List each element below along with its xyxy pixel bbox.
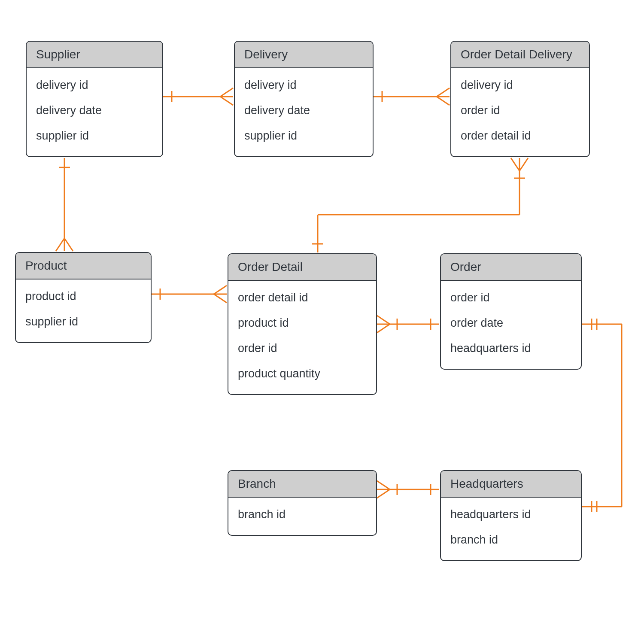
svg-line-36	[377, 481, 390, 489]
entity-attr: order date	[450, 310, 571, 336]
entity-attr: order id	[461, 98, 580, 123]
svg-line-6	[437, 88, 450, 97]
entity-attr: supplier id	[244, 123, 363, 149]
entity-attr: delivery id	[244, 73, 363, 98]
svg-line-7	[437, 97, 450, 105]
svg-line-11	[64, 238, 73, 251]
entity-attr: order detail id	[461, 123, 580, 149]
entity-attr: product quantity	[238, 361, 367, 386]
entity-attr: branch id	[450, 527, 571, 553]
svg-line-24	[377, 316, 390, 324]
entity-attr: supplier id	[36, 123, 153, 149]
rel-orderdetail-order	[377, 316, 439, 333]
svg-line-20	[519, 158, 528, 171]
entity-branch[interactable]: Branch branch id	[228, 470, 377, 536]
entity-product[interactable]: Product product id supplier id	[15, 252, 152, 343]
svg-line-3	[220, 97, 233, 105]
svg-line-15	[214, 294, 227, 303]
entity-attr: order id	[238, 336, 367, 361]
entity-title: Product	[16, 253, 151, 279]
entity-attr: delivery date	[244, 98, 363, 123]
entity-delivery[interactable]: Delivery delivery id delivery date suppl…	[234, 41, 374, 157]
entity-order[interactable]: Order order id order date headquarters i…	[440, 253, 582, 370]
entity-attr: supplier id	[25, 309, 141, 334]
entity-attr: headquarters id	[450, 336, 571, 361]
entity-attr: branch id	[238, 502, 367, 527]
rel-branch-headquarters	[377, 481, 439, 498]
entity-title: Supplier	[27, 42, 162, 68]
entity-title: Order	[441, 254, 581, 281]
svg-line-25	[377, 324, 390, 333]
entity-attr: product id	[25, 284, 141, 309]
entity-attr: order detail id	[238, 285, 367, 310]
entity-attr: headquarters id	[450, 502, 571, 527]
entity-order-detail[interactable]: Order Detail order detail id product id …	[228, 253, 377, 395]
entity-order-detail-delivery[interactable]: Order Detail Delivery delivery id order …	[450, 41, 590, 157]
entity-attr: delivery id	[36, 73, 153, 98]
rel-delivery-odd	[374, 88, 450, 105]
rel-orderdetail-odd	[312, 158, 528, 252]
entity-title: Branch	[228, 471, 376, 498]
svg-line-14	[214, 286, 227, 294]
entity-title: Headquarters	[441, 471, 581, 498]
svg-line-37	[377, 489, 390, 498]
svg-line-19	[511, 158, 519, 171]
entity-title: Delivery	[235, 42, 373, 68]
rel-product-orderdetail	[152, 286, 227, 303]
svg-line-10	[56, 238, 64, 251]
entity-attr: delivery date	[36, 98, 153, 123]
rel-supplier-product	[56, 158, 73, 251]
entity-attr: delivery id	[461, 73, 580, 98]
er-diagram-canvas: Supplier delivery id delivery date suppl…	[0, 0, 644, 644]
entity-headquarters[interactable]: Headquarters headquarters id branch id	[440, 470, 582, 561]
rel-supplier-delivery	[163, 88, 233, 105]
svg-line-2	[220, 88, 233, 97]
entity-attr: product id	[238, 310, 367, 336]
entity-title: Order Detail Delivery	[451, 42, 589, 68]
rel-order-headquarters	[582, 319, 622, 512]
entity-supplier[interactable]: Supplier delivery id delivery date suppl…	[26, 41, 163, 157]
entity-attr: order id	[450, 285, 571, 310]
entity-title: Order Detail	[228, 254, 376, 281]
